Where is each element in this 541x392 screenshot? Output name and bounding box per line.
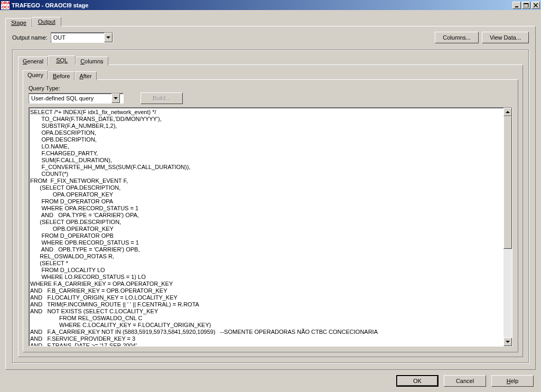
output-name-label: Output name: [12,34,48,41]
tab-output[interactable]: Output [32,17,61,26]
tab-after[interactable]: After [74,71,96,80]
sql-panel: Query Before After Query Type: Build... [18,64,523,357]
query-type-label: Query Type: [29,85,512,91]
tab-stage[interactable]: Stage [5,18,32,27]
scroll-down-button[interactable] [503,338,512,346]
columns-button[interactable]: Columns... [435,32,479,43]
tab-columns[interactable]: Columns [76,57,108,66]
query-type-dropdown-icon[interactable] [111,94,120,103]
output-panel: Output name: Columns... View Data... Gen… [5,26,536,370]
build-button: Build... [141,92,183,104]
output-name-row: Output name: Columns... View Data... [12,32,529,43]
scroll-up-button[interactable] [503,108,512,116]
output-name-combo[interactable] [51,32,113,43]
close-button[interactable] [531,2,540,9]
outer-tabstrip: Stage Output [5,15,536,26]
tab-query-label: Query [27,72,43,78]
query-type-combo[interactable] [29,93,124,104]
maximize-button[interactable] [522,2,530,9]
scroll-thumb[interactable] [503,116,512,249]
tab-after-label: After [79,73,91,79]
tab-general-label: General [23,58,43,64]
view-data-button[interactable]: View Data... [482,32,529,43]
tab-output-label: Output [38,18,55,25]
sql-subtabstrip: Query Before After [23,69,518,79]
tab-sql[interactable]: SQL [48,55,76,65]
app-icon: ORA OCI [1,1,10,10]
minimize-button[interactable] [512,2,521,9]
dialog-button-row: OK Cancel Help [5,370,536,389]
sql-textarea-wrap: SELECT /*+ INDEX(F idx1_fix_network_even… [29,107,512,347]
tab-query[interactable]: Query [23,70,48,80]
inner-groupbox: General SQL Columns Query Before After Q… [12,50,529,363]
tab-before[interactable]: Before [48,71,74,80]
ok-button[interactable]: OK [396,375,439,387]
tab-columns-label: Columns [80,58,103,64]
vertical-scrollbar[interactable] [503,108,512,346]
tab-general[interactable]: General [18,57,48,66]
cancel-button[interactable]: Cancel [444,375,486,387]
query-panel: Query Type: Build... SELECT /*+ INDEX(F … [23,79,518,352]
output-name-dropdown-icon[interactable] [104,33,113,42]
inner-tabstrip: General SQL Columns [18,54,523,64]
tab-before-label: Before [53,73,70,79]
titlebar: ORA OCI TRAFEGO - ORAOCI9 stage [0,0,541,10]
help-button[interactable]: Help [491,375,534,387]
svg-rect-2 [524,3,528,4]
svg-rect-0 [515,6,518,7]
scroll-track[interactable] [503,116,512,338]
tab-sql-label: SQL [56,57,68,63]
output-name-input[interactable] [51,33,104,42]
query-type-input[interactable] [29,94,111,102]
tab-stage-label: Stage [11,20,26,26]
sql-textarea[interactable]: SELECT /*+ INDEX(F idx1_fix_network_even… [29,108,503,346]
window-title: TRAFEGO - ORAOCI9 stage [12,2,512,8]
